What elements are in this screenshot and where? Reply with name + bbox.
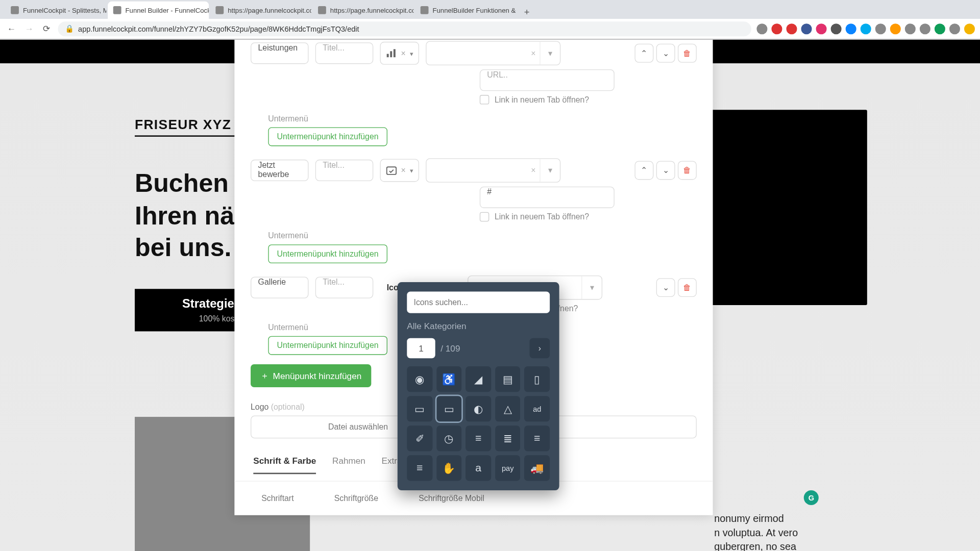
delete-button[interactable]: 🗑: [678, 278, 697, 297]
move-down-button[interactable]: ⌄: [656, 161, 675, 180]
icon-search-input[interactable]: [407, 292, 550, 313]
extension-icon[interactable]: [831, 23, 842, 34]
id-card-icon[interactable]: ▭: [407, 396, 432, 421]
a-triangle-icon[interactable]: △: [495, 396, 521, 421]
icon-category-select[interactable]: Alle Kategorien: [407, 321, 550, 332]
browser-tab[interactable]: Funnel Builder - FunnelCockpit×: [108, 2, 209, 19]
move-down-button[interactable]: ⌄: [656, 44, 675, 63]
address-book-icon[interactable]: ▤: [495, 366, 521, 392]
clear-icon[interactable]: ×: [401, 48, 405, 58]
triangle-pen-icon[interactable]: ◢: [465, 366, 491, 392]
menu-name-input[interactable]: Leistungen: [251, 42, 309, 64]
contrast-icon[interactable]: ◐: [465, 396, 491, 421]
extension-icon[interactable]: [846, 23, 856, 34]
font-size-mobile-label: Schriftgröße Mobil: [419, 494, 484, 503]
brand-heading: FRISEUR XYZ: [135, 117, 231, 133]
add-submenu-button[interactable]: Untermenüpunkt hinzufügen: [268, 336, 387, 355]
extension-icon[interactable]: [771, 23, 782, 34]
clear-icon[interactable]: ×: [531, 48, 535, 58]
new-tab-checkbox[interactable]: [480, 212, 489, 221]
browser-tab[interactable]: https://page.funnelcockpit.co×: [312, 2, 413, 19]
brush-icon[interactable]: ✐: [407, 425, 432, 451]
lock-icon: 🔒: [65, 24, 74, 33]
add-menu-item-button[interactable]: ＋ Menüpunkt hinzufügen: [251, 364, 371, 387]
icon-select[interactable]: × ▾: [380, 159, 419, 182]
menu-title-input[interactable]: Titel...: [315, 42, 374, 64]
extension-icon[interactable]: [816, 23, 827, 34]
url-input[interactable]: #: [480, 187, 615, 208]
new-tab-checkbox[interactable]: [480, 95, 489, 104]
new-tab-button[interactable]: +: [520, 6, 533, 19]
browser-tab[interactable]: FunnelCockpit - Splittests, Ma×: [6, 2, 107, 19]
calendar-check-icon: [386, 166, 397, 175]
tab-schrift-farbe[interactable]: Schrift & Farbe: [253, 456, 316, 474]
delete-button[interactable]: 🗑: [678, 44, 697, 63]
page-select[interactable]: × ▾: [426, 158, 560, 183]
menu-item-row: Jetzt bewerbe Titel... × ▾ × ▾ ⌃ ⌄ 🗑: [234, 157, 713, 183]
favicon-icon: [215, 6, 224, 14]
font-family-label: Schriftart: [261, 494, 293, 503]
menu-title-input[interactable]: Titel...: [315, 160, 374, 181]
browser-tab[interactable]: https://page.funnelcockpit.co×: [210, 2, 311, 19]
forward-button[interactable]: →: [23, 22, 35, 35]
ad-icon[interactable]: ad: [524, 396, 550, 421]
page-canvas: FRISEUR XYZ Buchen Si Ihren näch bei uns…: [0, 40, 980, 551]
clear-icon[interactable]: ×: [401, 166, 405, 175]
submenu-label: Untermenü: [268, 231, 697, 240]
page-select[interactable]: × ▾: [426, 41, 560, 66]
extension-icon[interactable]: [861, 23, 871, 34]
reload-button[interactable]: ⟳: [40, 22, 53, 35]
tab-label: Funnel Builder - FunnelCockpit: [126, 7, 209, 14]
hand-icon[interactable]: ✋: [436, 455, 462, 481]
extension-icon[interactable]: [801, 23, 812, 34]
delete-button[interactable]: 🗑: [678, 161, 697, 180]
favicon-icon: [11, 6, 19, 14]
icon-page-next-button[interactable]: ›: [530, 338, 550, 359]
clear-icon[interactable]: ×: [531, 166, 535, 175]
amazon-pay-icon[interactable]: pay: [495, 455, 521, 481]
grammarly-badge-icon[interactable]: G: [804, 490, 819, 505]
extension-icon[interactable]: [875, 23, 886, 34]
icon-page-total: / 109: [440, 343, 460, 354]
tab-label: FunnelBuilder Funktionen & Ei: [432, 7, 516, 14]
icon-select[interactable]: × ▾: [380, 42, 419, 65]
chevron-down-icon: ▾: [582, 276, 602, 299]
move-up-button[interactable]: ⌃: [634, 161, 653, 180]
checkbox-label: Link in neuem Tab öffnen?: [495, 212, 589, 221]
align-left-icon[interactable]: ≡: [524, 425, 550, 451]
extension-icon[interactable]: [786, 23, 797, 34]
amazon-icon[interactable]: a: [465, 455, 491, 481]
add-submenu-button[interactable]: Untermenüpunkt hinzufügen: [268, 127, 387, 146]
shipping-truck-icon[interactable]: 🚚: [524, 455, 550, 481]
url-input[interactable]: URL..: [480, 69, 615, 91]
contact-card-icon[interactable]: ▭: [436, 396, 462, 421]
logo-label: Logo: [251, 402, 268, 411]
id-badge-icon[interactable]: ▯: [524, 366, 550, 392]
menu-name-input[interactable]: Gallerie: [251, 277, 309, 298]
stopwatch-icon[interactable]: ◷: [436, 425, 462, 451]
extension-icon[interactable]: [756, 23, 767, 34]
url-input[interactable]: 🔒 app.funnelcockpit.com/funnel/zhYZY7bGz…: [58, 21, 751, 36]
fingerprint-icon[interactable]: ◉: [407, 366, 432, 392]
extension-icon[interactable]: [964, 23, 975, 34]
extension-icons: [756, 23, 975, 34]
extension-icon[interactable]: [949, 23, 960, 34]
align-center-icon[interactable]: ≡: [465, 425, 491, 451]
extension-icon[interactable]: [935, 23, 945, 34]
tab-label: https://page.funnelcockpit.co: [330, 7, 414, 14]
extension-icon[interactable]: [890, 23, 901, 34]
browser-tab[interactable]: FunnelBuilder Funktionen & Ei×: [415, 2, 516, 19]
align-right-icon[interactable]: ≡: [407, 455, 432, 481]
move-down-button[interactable]: ⌄: [656, 278, 675, 297]
wheelchair-icon[interactable]: ♿: [436, 366, 462, 392]
extension-icon[interactable]: [905, 23, 916, 34]
icon-page-input[interactable]: 1: [407, 338, 435, 359]
move-up-button[interactable]: ⌃: [634, 44, 653, 63]
back-button[interactable]: ←: [6, 22, 18, 35]
extension-icon[interactable]: [920, 23, 930, 34]
add-submenu-button[interactable]: Untermenüpunkt hinzufügen: [268, 244, 387, 263]
menu-name-input[interactable]: Jetzt bewerbe: [251, 160, 309, 181]
align-justify-icon[interactable]: ≣: [495, 425, 521, 451]
menu-title-input[interactable]: Titel...: [315, 277, 374, 298]
tab-rahmen[interactable]: Rahmen: [332, 456, 365, 474]
